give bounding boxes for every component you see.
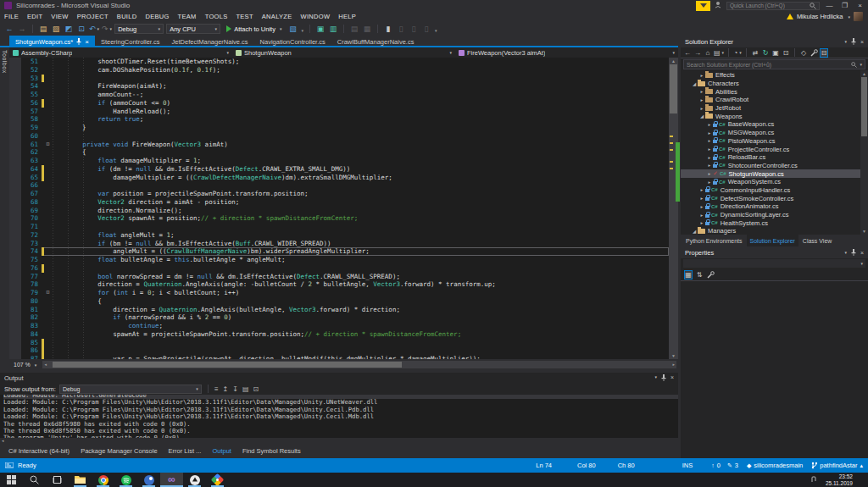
wrench-icon[interactable]	[810, 49, 818, 57]
collapsed-arrow-icon[interactable]: ▸	[706, 163, 713, 168]
branch-indicator[interactable]: pathfindAstar▴	[811, 462, 863, 469]
scroll-up-icon[interactable]: ▲	[860, 71, 868, 76]
nest-files-icon[interactable]: ▣	[771, 49, 780, 57]
close-button[interactable]: ×	[854, 2, 865, 9]
undo-icon[interactable]: ↶▾	[89, 23, 99, 35]
property-pages-icon[interactable]	[706, 271, 715, 279]
toolbar-overflow-icon[interactable]: ▾	[435, 28, 437, 33]
code-line-81[interactable]: 81 direction = Quaternion.AngleAxis(bull…	[9, 306, 669, 314]
code-line-80[interactable]: 80 {	[9, 297, 669, 306]
code-line-70[interactable]: 70 Vector2 spawnAt = position;// + direc…	[9, 214, 669, 223]
window-position-dropdown-icon[interactable]: ▾	[654, 374, 657, 381]
quick-launch-input[interactable]: Quick Launch (Ctrl+Q)	[726, 2, 820, 10]
go-to-previous-message-icon[interactable]: ↥	[223, 385, 229, 393]
breakpoint-margin[interactable]	[9, 75, 21, 83]
panel-tab-error-list[interactable]: Error List ...	[169, 447, 202, 455]
collapse-region-icon[interactable]: ⊟	[44, 289, 52, 297]
collapsed-arrow-icon[interactable]: ▸	[706, 171, 713, 176]
code-line-66[interactable]: 66	[9, 181, 669, 190]
code-line-67[interactable]: 67 var position = projectileSpawnPoint.t…	[9, 190, 669, 198]
go-to-next-message-icon[interactable]: ↧	[232, 385, 238, 393]
breakpoint-margin[interactable]	[9, 174, 21, 182]
code-line-83[interactable]: 83 continue;	[9, 322, 669, 330]
menu-tools[interactable]: TOOLS	[201, 13, 232, 20]
collapse-all-icon[interactable]: ⊟	[820, 48, 828, 58]
breakpoint-margin[interactable]	[9, 198, 21, 207]
open-file-icon[interactable]: ▨	[51, 23, 61, 35]
categorized-icon[interactable]: ▦	[684, 270, 693, 279]
code-line-71[interactable]: 71	[9, 223, 669, 231]
comment-lines-icon[interactable]: ▤	[349, 23, 359, 35]
performance-profiler-icon[interactable]: ▧	[287, 23, 298, 35]
tray-overflow-icon[interactable]	[810, 476, 817, 484]
panel-tab-find-symbol-results[interactable]: Find Symbol Results	[242, 447, 301, 455]
menu-edit[interactable]: EDIT	[23, 13, 47, 20]
menu-window[interactable]: WINDOW	[297, 13, 335, 20]
chrome-icon[interactable]	[92, 473, 114, 487]
restore-button[interactable]: ❐	[839, 2, 850, 9]
collapsed-arrow-icon[interactable]: ▸	[698, 97, 705, 102]
collapsed-arrow-icon[interactable]: ▸	[706, 122, 713, 127]
collapsed-arrow-icon[interactable]: ▸	[706, 155, 713, 160]
tree-item-projectilecontroller-cs[interactable]: ▸C#ProjectileController.cs	[681, 145, 868, 153]
menu-help[interactable]: HELP	[334, 13, 360, 20]
menu-test[interactable]: TEST	[231, 13, 257, 20]
breakpoint-margin[interactable]	[9, 339, 21, 347]
scrollbar-thumb[interactable]	[53, 362, 401, 368]
breakpoint-margin[interactable]	[9, 124, 21, 132]
chevron-down-icon[interactable]: ▾	[860, 62, 862, 67]
code-line-52[interactable]: 52 cam.DOShakePosition(0.1f, 0.1f);	[9, 66, 669, 75]
insert-mode-indicator[interactable]: INS	[682, 462, 693, 469]
sync-with-active-document-icon[interactable]: ⇄	[751, 49, 760, 57]
navigate-forward-icon[interactable]: →	[17, 23, 27, 35]
breakpoint-margin[interactable]	[9, 280, 21, 289]
scrollbar-thumb[interactable]	[861, 77, 867, 136]
breakpoint-margin[interactable]	[9, 223, 21, 231]
zoom-control[interactable]: 107 % ▾	[9, 362, 41, 368]
source-control-checkin-icon[interactable]: ▥	[328, 23, 338, 35]
scroll-left-icon[interactable]: ◂	[44, 362, 47, 367]
code-line-64[interactable]: 64 if (dm != null && dm.IsEffectActive(D…	[9, 165, 669, 174]
breakpoint-margin[interactable]	[9, 297, 21, 306]
code-line-65[interactable]: 65 damageMultiplier = ((CrawlDefectManag…	[9, 174, 669, 182]
output-log[interactable]: Loaded: Module: Microsoft.GeneratedCodeL…	[0, 395, 678, 438]
tab-steeringcontroller-cs[interactable]: SteeringController.cs	[95, 36, 166, 47]
close-icon[interactable]: ×	[860, 39, 864, 45]
collapsed-arrow-icon[interactable]: ▸	[698, 106, 705, 111]
breakpoint-margin[interactable]	[9, 355, 21, 359]
breakpoint-margin[interactable]	[9, 66, 21, 75]
tree-item-reloadbar-cs[interactable]: ▸C#ReloadBar.cs	[681, 153, 868, 162]
collapsed-arrow-icon[interactable]: ▸	[698, 204, 705, 209]
user-dropdown-icon[interactable]: ▾	[848, 14, 850, 19]
collapsed-arrow-icon[interactable]: ▸	[698, 220, 705, 225]
send-feedback-icon[interactable]	[715, 1, 722, 10]
breakpoint-margin[interactable]	[9, 58, 21, 66]
menu-analyze[interactable]: ANALYZE	[258, 13, 297, 20]
unity-icon[interactable]	[183, 473, 206, 487]
breakpoint-margin[interactable]	[9, 247, 21, 256]
bookmark-window-icon[interactable]: ▯	[421, 23, 431, 35]
tree-item-managers[interactable]: ◢Managers	[681, 227, 868, 235]
tool-tab-solution-explorer[interactable]: Solution Explorer	[747, 235, 798, 246]
solution-configurations-dropdown[interactable]: Debug▾	[114, 24, 164, 34]
tree-item-abilities[interactable]: ▸Abilities	[681, 87, 868, 96]
pin-icon[interactable]	[851, 38, 856, 45]
code-line-69[interactable]: 69 direction.Normalize();	[9, 207, 669, 215]
properties-window-icon[interactable]: ◇	[799, 49, 808, 57]
zoom-dropdown-icon[interactable]: ▾	[35, 362, 37, 368]
code-line-82[interactable]: 82 if (narrowSpread && i % 2 == 0)	[9, 313, 669, 322]
tree-item-dynamicsortinglayer-cs[interactable]: ▸C#DynamicSortingLayer.cs	[681, 211, 868, 219]
tab-crawlbuffmanagernaive-cs[interactable]: CrawlBuffManagerNaive.cs	[331, 36, 420, 47]
breakpoint-margin[interactable]	[9, 91, 21, 99]
start-button[interactable]	[0, 473, 23, 487]
toolbar-overflow-icon[interactable]: ▾	[301, 28, 303, 33]
code-line-55[interactable]: 55 ammoCount--;	[9, 91, 669, 99]
new-project-icon[interactable]: ▤	[38, 23, 48, 35]
scroll-right-icon[interactable]: ▸	[672, 362, 675, 367]
breakpoint-margin[interactable]	[9, 231, 21, 240]
code-line-68[interactable]: 68 Vector2 direction = aimAt - position;	[9, 198, 669, 207]
collapse-region-icon[interactable]: ⊟	[44, 141, 52, 149]
properties-object-dropdown[interactable]: ▾	[683, 259, 865, 268]
collapsed-arrow-icon[interactable]: ▸	[706, 147, 713, 152]
tool-tab-class-view[interactable]: Class View	[799, 235, 836, 246]
